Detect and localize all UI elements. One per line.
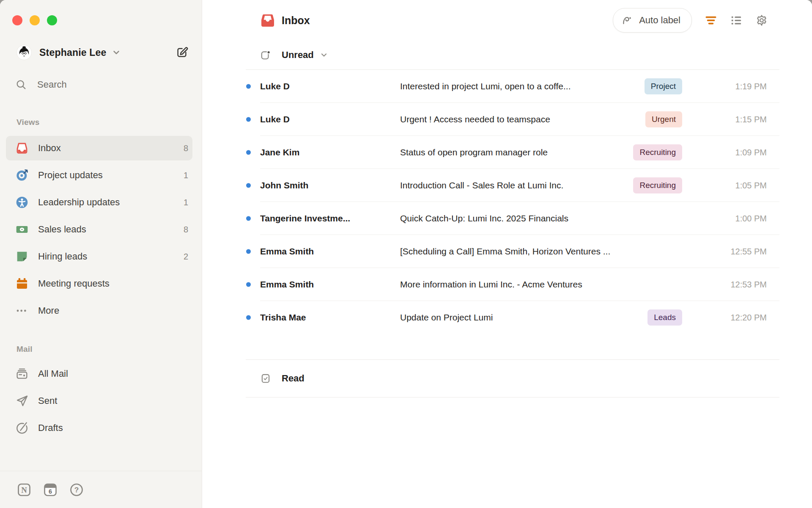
sidebar-item-label: Project updates: [38, 170, 103, 181]
auto-label-icon: [622, 15, 633, 26]
paper-plane-icon: [15, 394, 29, 408]
email-sender: Emma Smith: [260, 246, 400, 257]
email-row[interactable]: John SmithIntroduction Call - Sales Role…: [203, 169, 812, 202]
unread-dot: [246, 84, 251, 89]
avatar[interactable]: [16, 45, 32, 60]
email-row[interactable]: Luke DUrgent ! Access needed to teamspac…: [203, 103, 812, 136]
help-icon[interactable]: ?: [69, 482, 84, 497]
list-view-button[interactable]: [730, 14, 743, 27]
search-icon: [15, 79, 27, 91]
sidebar-item-label: Sales leads: [38, 224, 86, 235]
inbox-tray-icon: [15, 141, 29, 155]
unread-count: 2: [184, 252, 188, 262]
close-button[interactable]: [12, 15, 22, 25]
sidebar-item-sales-leads[interactable]: Sales leads8: [6, 217, 192, 242]
unread-dot: [246, 183, 251, 188]
mail-section-label: Mail: [16, 345, 33, 354]
calendar-app-icon[interactable]: 6: [43, 482, 58, 497]
sidebar-item-hiring-leads[interactable]: Hiring leads2: [6, 244, 192, 269]
email-time: 1:19 PM: [682, 82, 767, 91]
auto-label-button[interactable]: Auto label: [613, 8, 692, 33]
sidebar-item-label: All Mail: [38, 368, 68, 379]
zoom-button[interactable]: [47, 15, 57, 25]
email-sender: Luke D: [260, 114, 400, 124]
email-time: 12:55 PM: [682, 247, 767, 257]
email-subject: More information in Lumi Inc. - Acme Ven…: [400, 279, 682, 290]
notion-logo-icon[interactable]: N: [16, 482, 32, 497]
email-row[interactable]: Emma Smith[Scheduling a Call] Emma Smith…: [203, 235, 812, 268]
email-time: 1:05 PM: [682, 181, 767, 190]
sidebar-item-project-updates[interactable]: Project updates1: [6, 163, 192, 188]
email-row[interactable]: Tangerine Investme...Quick Catch-Up: Lum…: [203, 202, 812, 235]
read-checkbox-icon[interactable]: [260, 373, 271, 384]
sidebar-item-meeting-requests[interactable]: Meeting requests: [6, 271, 192, 296]
account-name[interactable]: Stephanie Lee: [39, 47, 107, 58]
email-sender: Emma Smith: [260, 279, 400, 290]
unread-dot: [246, 249, 251, 254]
auto-label-text: Auto label: [639, 15, 680, 26]
views-section-label: Views: [16, 118, 40, 127]
svg-text:6: 6: [49, 488, 52, 495]
email-subject: Quick Catch-Up: Lumi Inc. 2025 Financial…: [400, 213, 682, 224]
traffic-lights: [12, 15, 57, 25]
sidebar-item-more[interactable]: More: [6, 298, 192, 323]
email-row[interactable]: Luke DInterested in project Lumi, open t…: [203, 70, 812, 103]
filter-button[interactable]: [705, 14, 717, 27]
sidebar-item-label: Hiring leads: [38, 251, 87, 262]
read-group-header: Read: [203, 360, 812, 397]
email-row[interactable]: Trisha MaeUpdate on Project LumiLeads12:…: [203, 301, 812, 334]
sidebar-item-label: Sent: [38, 395, 57, 406]
email-subject: [Scheduling a Call] Emma Smith, Horizon …: [400, 246, 682, 257]
views-nav: Inbox8Project updates1Leadership updates…: [6, 136, 192, 326]
calendar-icon: [15, 277, 29, 290]
note-icon: [15, 250, 29, 263]
email-time: 1:00 PM: [682, 214, 767, 224]
unread-dot: [246, 150, 251, 155]
svg-text:?: ?: [74, 486, 79, 494]
label-badge[interactable]: Urgent: [645, 111, 682, 127]
sidebar-item-label: Meeting requests: [38, 278, 110, 289]
main-header: Inbox Auto label: [203, 0, 812, 41]
app-window: Stephanie Lee Search Views Inbox8Project…: [0, 0, 812, 508]
label-badge[interactable]: Project: [645, 78, 682, 94]
chevron-down-icon[interactable]: [112, 48, 121, 57]
svg-text:N: N: [21, 485, 27, 494]
email-row[interactable]: Emma SmithMore information in Lumi Inc. …: [203, 268, 812, 301]
unread-count: 8: [184, 144, 188, 153]
sidebar-item-inbox[interactable]: Inbox8: [6, 136, 192, 160]
label-badge[interactable]: Recruiting: [633, 177, 682, 193]
email-sender: Trisha Mae: [260, 312, 400, 323]
accessibility-icon: [15, 196, 29, 209]
chevron-down-icon[interactable]: [320, 51, 328, 59]
email-subject: Status of open program manager role: [400, 147, 626, 157]
sidebar-item-drafts[interactable]: Drafts: [6, 416, 192, 440]
email-sender: Luke D: [260, 81, 400, 91]
label-badge[interactable]: Recruiting: [633, 144, 682, 160]
sidebar-item-leadership-updates[interactable]: Leadership updates1: [6, 190, 192, 215]
settings-button[interactable]: [755, 14, 768, 27]
email-list: Luke DInterested in project Lumi, open t…: [203, 70, 812, 334]
inbox-icon: [260, 13, 275, 28]
label-badge[interactable]: Leads: [647, 309, 682, 326]
pencil-circle-icon: [15, 421, 29, 435]
mail-nav: All MailSentDrafts: [6, 362, 192, 443]
search-button[interactable]: Search: [15, 77, 188, 92]
compose-button[interactable]: [176, 46, 188, 59]
banknote-icon: [15, 223, 29, 236]
email-row[interactable]: Jane KimStatus of open program manager r…: [203, 136, 812, 169]
unread-dot: [246, 117, 251, 122]
email-time: 1:15 PM: [682, 115, 767, 124]
sidebar-item-sent[interactable]: Sent: [6, 389, 192, 413]
toolbar: Auto label: [613, 8, 768, 33]
sidebar-item-label: Inbox: [38, 143, 61, 154]
main-panel: Inbox Auto label Unread Luke DInterested…: [203, 0, 812, 508]
unread-count: 8: [184, 225, 188, 235]
divider: [246, 397, 779, 398]
unread-dot: [246, 282, 251, 287]
email-time: 12:53 PM: [682, 280, 767, 290]
sidebar-item-all-mail[interactable]: All Mail: [6, 362, 192, 386]
minimize-button[interactable]: [30, 15, 40, 25]
email-sender: John Smith: [260, 180, 400, 190]
target-icon: [15, 168, 29, 182]
search-label: Search: [37, 79, 67, 90]
